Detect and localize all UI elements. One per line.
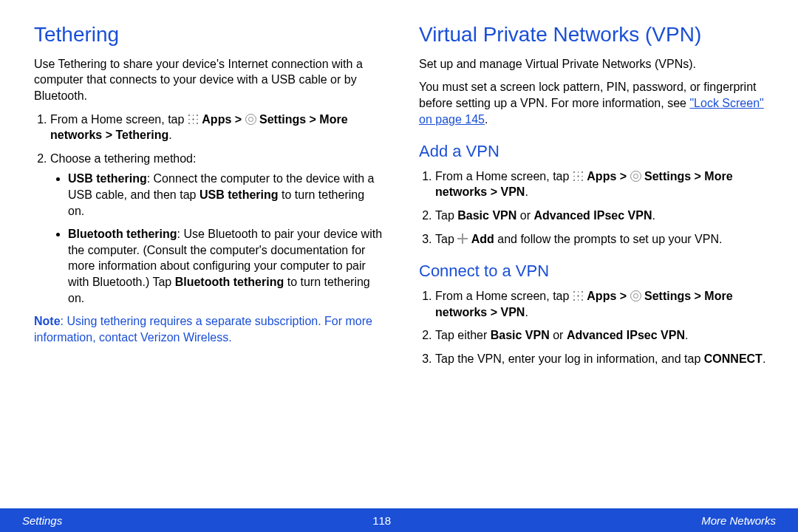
period: . — [763, 352, 765, 365]
connect-vpn-steps: From a Home screen, tap Apps > Settings … — [419, 288, 768, 366]
usb-tethering-label: USB tethering — [68, 172, 147, 185]
tethering-note: Note: Using tethering requires a separat… — [34, 313, 383, 345]
text-bold: Advanced IPsec VPN — [533, 209, 652, 222]
page-footer: Settings 118 More Networks — [0, 508, 798, 532]
connect-label: CONNECT — [704, 352, 763, 365]
text-bold: USB tethering — [200, 188, 279, 201]
period: . — [685, 329, 688, 341]
period: . — [525, 185, 528, 198]
text: Choose a tethering method: — [50, 152, 196, 165]
add-vpn-steps: From a Home screen, tap Apps > Settings … — [419, 168, 768, 247]
heading-connect-vpn: Connect to a VPN — [419, 260, 768, 282]
plus-icon — [457, 233, 468, 244]
note-body: : Using tethering requires a separate su… — [34, 315, 372, 344]
vpn-intro-2: You must set a screen lock pattern, PIN,… — [419, 79, 768, 127]
bluetooth-tethering-item: Bluetooth tethering: Use Bluetooth to pa… — [68, 226, 383, 306]
settings-gear-icon — [630, 290, 641, 301]
add-label: Add — [471, 233, 494, 245]
text: or — [550, 329, 567, 341]
text: Tap — [435, 233, 457, 245]
period: . — [168, 129, 171, 141]
add-vpn-step-1: From a Home screen, tap Apps > Settings … — [435, 168, 768, 200]
apps-grid-icon — [188, 114, 199, 125]
right-column: Virtual Private Networks (VPN) Set up an… — [419, 21, 768, 495]
page-body: Tethering Use Tethering to share your de… — [0, 0, 798, 508]
text: Tap the VPN, enter your log in informati… — [435, 352, 704, 365]
heading-add-vpn: Add a VPN — [419, 140, 768, 163]
period: . — [652, 209, 655, 222]
text: . — [485, 113, 488, 126]
add-vpn-step-2: Tap Basic VPN or Advanced IPsec VPN. — [435, 208, 768, 224]
usb-tethering-item: USB tethering: Connect the computer to t… — [68, 171, 383, 219]
apps-label: Apps > — [587, 170, 630, 183]
apps-label: Apps > — [202, 113, 245, 126]
heading-vpn: Virtual Private Networks (VPN) — [419, 21, 768, 49]
tethering-step-1: From a Home screen, tap Apps > Settings … — [50, 112, 383, 143]
text-bold: Basic VPN — [457, 209, 516, 222]
text: From a Home screen, tap — [435, 170, 573, 183]
text: and follow the prompts to set up your VP… — [494, 233, 723, 245]
apps-label: Apps > — [587, 290, 630, 302]
apps-grid-icon — [573, 290, 584, 301]
heading-tethering: Tethering — [34, 21, 383, 49]
tethering-methods: USB tethering: Connect the computer to t… — [50, 171, 383, 306]
bluetooth-tethering-label: Bluetooth tethering — [68, 228, 177, 240]
footer-right: More Networks — [701, 514, 776, 527]
text: Tap — [435, 209, 457, 222]
text: From a Home screen, tap — [50, 113, 188, 126]
left-column: Tethering Use Tethering to share your de… — [34, 21, 383, 495]
settings-gear-icon — [630, 171, 641, 182]
text-bold: Bluetooth tethering — [175, 276, 284, 288]
add-vpn-step-3: Tap Add and follow the prompts to set up… — [435, 231, 768, 248]
tethering-steps: From a Home screen, tap Apps > Settings … — [34, 112, 383, 307]
footer-page-number: 118 — [372, 514, 391, 527]
tethering-step-2: Choose a tethering method: USB tethering… — [50, 151, 383, 306]
connect-vpn-step-3: Tap the VPN, enter your log in informati… — [435, 351, 768, 367]
connect-vpn-step-1: From a Home screen, tap Apps > Settings … — [435, 288, 768, 320]
period: . — [525, 306, 528, 318]
footer-left: Settings — [22, 514, 62, 527]
apps-grid-icon — [573, 171, 584, 182]
text-bold: Basic VPN — [491, 329, 550, 341]
vpn-intro-1: Set up and manage Virtual Private Networ… — [419, 56, 768, 72]
note-label: Note — [34, 315, 61, 327]
connect-vpn-step-2: Tap either Basic VPN or Advanced IPsec V… — [435, 327, 768, 344]
settings-gear-icon — [245, 114, 256, 125]
tethering-intro: Use Tethering to share your device's Int… — [34, 56, 383, 104]
text: Tap either — [435, 329, 491, 341]
text: From a Home screen, tap — [435, 290, 573, 302]
text-bold: Advanced IPsec VPN — [567, 329, 685, 341]
text: or — [516, 209, 533, 222]
